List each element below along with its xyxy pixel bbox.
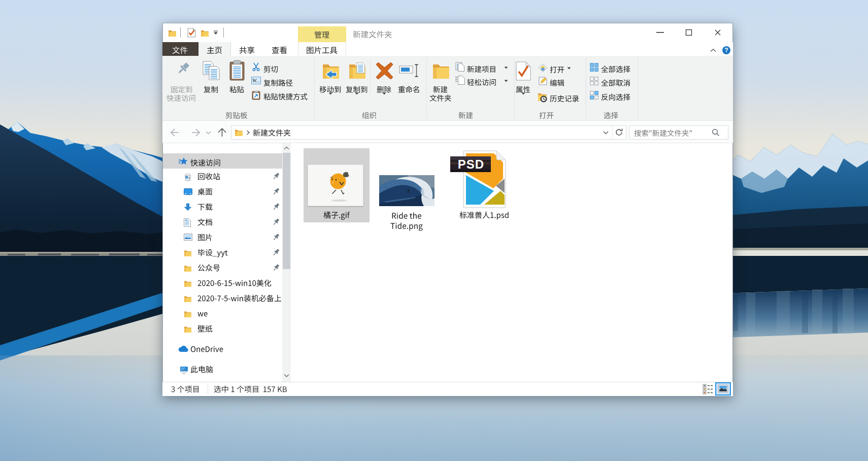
svg-text:PSD: PSD — [458, 157, 484, 171]
svg-text:?: ? — [724, 47, 728, 54]
svg-text:...: ... — [256, 78, 260, 83]
